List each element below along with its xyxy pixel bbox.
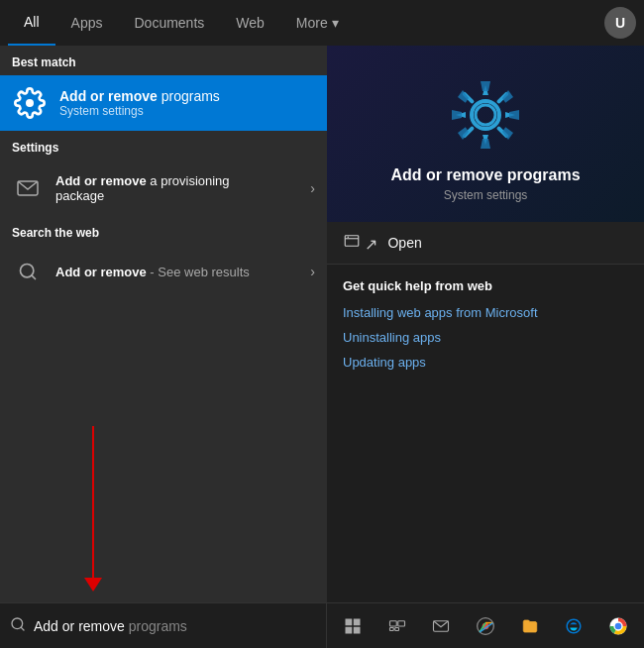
web-item-text: Add or remove - See web results bbox=[55, 265, 310, 279]
best-match-item[interactable]: Add or remove programs System settings bbox=[0, 75, 327, 131]
provisioning-item[interactable]: Add or remove a provisioningpackage › bbox=[0, 161, 327, 216]
web-search-item[interactable]: Add or remove - See web results › bbox=[0, 246, 327, 297]
mail-icon[interactable] bbox=[423, 608, 459, 644]
svg-rect-14 bbox=[389, 620, 396, 625]
right-hero-title: Add or remove programs bbox=[390, 166, 580, 184]
user-avatar[interactable]: U bbox=[604, 7, 636, 39]
start-icon[interactable] bbox=[335, 608, 371, 644]
top-nav: All Apps Documents Web More ▾ U bbox=[0, 0, 644, 46]
taskbar: Add or remove programs bbox=[0, 602, 644, 648]
best-match-label: Best match bbox=[0, 46, 327, 75]
svg-rect-10 bbox=[346, 618, 353, 625]
web-help-section: Get quick help from web Installing web a… bbox=[327, 265, 644, 602]
svg-rect-5 bbox=[345, 236, 359, 247]
search-bar-icon bbox=[10, 616, 26, 636]
right-hero: Add or remove programs System settings bbox=[327, 46, 644, 222]
search-icon bbox=[12, 256, 44, 287]
search-bar[interactable]: Add or remove programs bbox=[0, 603, 327, 648]
chrome-icon[interactable] bbox=[468, 608, 503, 644]
left-panel: Best match Add or remove programs System… bbox=[0, 46, 327, 602]
best-match-text: Add or remove programs System settings bbox=[59, 88, 220, 118]
chrome2-icon[interactable] bbox=[600, 608, 636, 644]
tab-all[interactable]: All bbox=[8, 0, 55, 46]
settings-label: Settings bbox=[0, 131, 327, 161]
tab-apps[interactable]: Apps bbox=[55, 0, 119, 46]
open-button[interactable]: ↗ Open bbox=[327, 222, 644, 265]
svg-rect-12 bbox=[346, 626, 353, 633]
tab-web[interactable]: Web bbox=[220, 0, 280, 46]
taskview-icon[interactable] bbox=[379, 608, 415, 644]
help-link-1[interactable]: Uninstalling apps bbox=[343, 330, 628, 345]
svg-line-9 bbox=[21, 627, 24, 630]
web-item-arrow: › bbox=[310, 264, 315, 279]
svg-rect-16 bbox=[389, 627, 393, 630]
search-web-label: Search the web bbox=[0, 216, 327, 246]
open-label: Open bbox=[387, 235, 421, 251]
best-match-title: Add or remove programs bbox=[59, 88, 220, 104]
provisioning-title: Add or remove a provisioningpackage bbox=[55, 173, 310, 203]
best-match-subtitle: System settings bbox=[59, 104, 220, 118]
help-link-2[interactable]: Updating apps bbox=[343, 355, 628, 370]
tab-documents[interactable]: Documents bbox=[118, 0, 220, 46]
taskbar-icons bbox=[327, 603, 644, 648]
web-help-title: Get quick help from web bbox=[343, 278, 628, 293]
main-content: Best match Add or remove programs System… bbox=[0, 46, 644, 602]
svg-point-4 bbox=[476, 105, 495, 125]
search-input-text[interactable]: Add or remove programs bbox=[34, 618, 187, 634]
svg-rect-17 bbox=[395, 627, 399, 630]
svg-rect-13 bbox=[354, 626, 361, 633]
help-link-0[interactable]: Installing web apps from Microsoft bbox=[343, 305, 628, 320]
files-icon[interactable] bbox=[512, 608, 548, 644]
tab-more[interactable]: More ▾ bbox=[280, 0, 355, 46]
svg-line-2 bbox=[32, 275, 36, 279]
settings-gear-icon bbox=[12, 85, 48, 121]
open-icon: ↗ bbox=[343, 232, 377, 254]
svg-rect-11 bbox=[354, 618, 361, 625]
right-hero-subtitle: System settings bbox=[444, 188, 528, 202]
large-gear-icon bbox=[446, 75, 525, 155]
svg-rect-15 bbox=[398, 620, 405, 625]
provisioning-arrow: › bbox=[310, 180, 315, 196]
provisioning-text: Add or remove a provisioningpackage bbox=[55, 173, 310, 203]
arrow-annotation bbox=[92, 426, 94, 580]
edge-icon[interactable] bbox=[556, 608, 591, 644]
svg-point-25 bbox=[614, 622, 621, 629]
provisioning-icon bbox=[12, 172, 44, 204]
right-panel: Add or remove programs System settings ↗… bbox=[327, 46, 644, 602]
